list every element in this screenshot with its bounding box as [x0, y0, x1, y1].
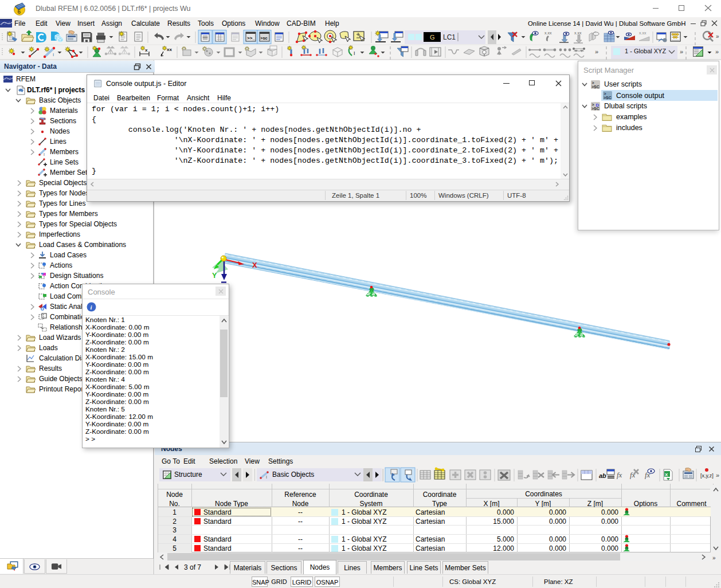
svg-text:Y: Y: [212, 272, 217, 280]
svg-text:xx: xx: [167, 47, 172, 52]
svg-text:>SC: >SC: [591, 85, 599, 89]
svg-text:fx: fx: [630, 471, 636, 479]
svg-text:1 - Global XYZ: 1 - Global XYZ: [625, 48, 666, 54]
svg-text:>: >: [592, 103, 594, 107]
svg-text:>SC: >SC: [604, 96, 612, 100]
svg-text:X: X: [252, 261, 257, 269]
svg-text:I: I: [354, 50, 355, 56]
svg-text:»: »: [595, 48, 598, 55]
svg-text:x.xx: x.xx: [544, 31, 552, 35]
svg-text:>sc: >sc: [260, 36, 268, 41]
svg-text:»: »: [716, 472, 719, 479]
svg-text:I: I: [53, 52, 54, 57]
svg-text:x.xx: x.xx: [574, 31, 582, 35]
svg-text:X: X: [665, 472, 668, 477]
svg-text:I: I: [44, 152, 45, 156]
svg-text:x.xx: x.xx: [639, 31, 646, 35]
svg-text:6: 6: [18, 9, 21, 15]
svg-text:fx: fx: [617, 471, 622, 479]
svg-text:LC1: LC1: [443, 33, 456, 41]
svg-text:»: »: [716, 33, 719, 40]
svg-text:ab: ab: [599, 472, 606, 479]
svg-text:»: »: [715, 48, 719, 55]
svg-text:>: >: [604, 92, 606, 96]
svg-text:I: I: [266, 475, 267, 479]
svg-text:>>_: >>_: [247, 36, 255, 41]
svg-text:»: »: [712, 555, 716, 560]
svg-text:D: D: [596, 103, 599, 108]
svg-text:>: >: [592, 81, 594, 85]
svg-text:»: »: [680, 48, 683, 55]
svg-text:[x,y,z]: [x,y,z]: [700, 473, 714, 479]
svg-text:x: x: [145, 48, 148, 53]
svg-text:G: G: [430, 34, 435, 41]
